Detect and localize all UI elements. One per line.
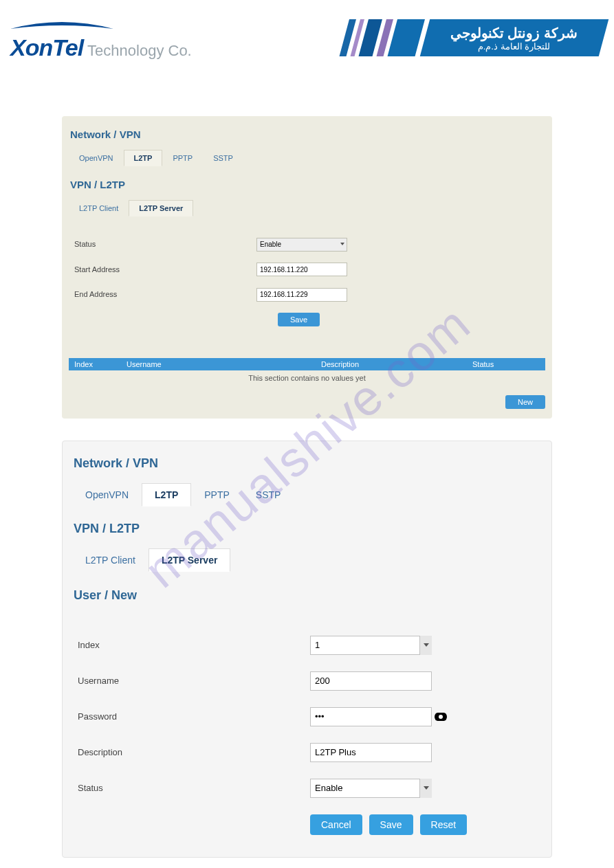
- description-label: Description: [78, 747, 310, 757]
- eye-icon[interactable]: [435, 713, 447, 721]
- arabic-line2: للتجارة العامة ذ.م.م: [450, 41, 578, 52]
- status-label: Status: [74, 240, 256, 248]
- chevron-down-icon: [419, 636, 432, 655]
- swoosh-icon: [10, 19, 113, 32]
- new-button[interactable]: New: [505, 395, 545, 409]
- header-right: شركة زونتل تكنولوجي للتجارة العامة ذ.م.م: [329, 19, 604, 57]
- document-header: XonTel Technology Co. شركة زونتل تكنولوج…: [0, 0, 614, 68]
- chevron-down-icon: [419, 779, 432, 798]
- panel2-section3: User / New: [74, 588, 542, 603]
- subtab-l2tp-client[interactable]: L2TP Client: [69, 200, 129, 216]
- panel1-subtabs: L2TP Client L2TP Server: [69, 200, 545, 216]
- description-input[interactable]: [310, 743, 432, 762]
- panel1-subtitle: VPN / L2TP: [70, 179, 545, 190]
- username-input[interactable]: [310, 671, 432, 691]
- brand-suffix: Technology Co.: [87, 42, 192, 60]
- status2-label: Status: [78, 783, 310, 793]
- brand-logo-left: XonTel Technology Co.: [10, 19, 192, 61]
- subtab2-l2tp-client[interactable]: L2TP Client: [72, 548, 149, 572]
- index-label: Index: [78, 640, 310, 650]
- th-description: Description: [321, 360, 472, 368]
- subtab-l2tp-server[interactable]: L2TP Server: [129, 200, 193, 216]
- end-address-input[interactable]: [256, 288, 347, 302]
- reset-button[interactable]: Reset: [420, 814, 468, 835]
- status2-select[interactable]: Enable: [310, 779, 432, 798]
- brand-name: XonTel: [10, 34, 83, 61]
- table-empty-message: This section contains no values yet: [69, 370, 545, 386]
- tab-sstp[interactable]: SSTP: [203, 150, 243, 166]
- panel2-subtitle: VPN / L2TP: [74, 522, 542, 536]
- tab2-pptp[interactable]: PPTP: [191, 483, 243, 507]
- arabic-line1: شركة زونتل تكنولوجي: [450, 25, 578, 41]
- th-username: Username: [127, 360, 321, 368]
- start-address-input[interactable]: [256, 263, 347, 276]
- users-table: Index Username Description Status This s…: [69, 358, 545, 409]
- tab2-openvpn[interactable]: OpenVPN: [72, 483, 142, 507]
- username-label: Username: [78, 676, 310, 686]
- cancel-button[interactable]: Cancel: [310, 814, 362, 835]
- tab2-sstp[interactable]: SSTP: [243, 483, 294, 507]
- save2-button[interactable]: Save: [369, 814, 413, 835]
- panel2-title: Network / VPN: [74, 456, 542, 471]
- tab2-l2tp[interactable]: L2TP: [142, 483, 191, 507]
- th-index: Index: [74, 360, 127, 368]
- panel-l2tp-server: Network / VPN OpenVPN L2TP PPTP SSTP VPN…: [62, 116, 552, 419]
- status-select[interactable]: Enable: [256, 238, 347, 252]
- arabic-brand: شركة زونتل تكنولوجي للتجارة العامة ذ.م.م: [420, 19, 608, 56]
- panel2-subtabs: L2TP Client L2TP Server: [72, 548, 542, 572]
- tab-l2tp[interactable]: L2TP: [124, 150, 163, 166]
- index-select[interactable]: 1: [310, 636, 432, 655]
- start-address-label: Start Address: [74, 265, 256, 274]
- panel2-tabs: OpenVPN L2TP PPTP SSTP: [72, 483, 542, 507]
- password-input[interactable]: [310, 707, 432, 726]
- panel-user-new: Network / VPN OpenVPN L2TP PPTP SSTP VPN…: [62, 441, 552, 858]
- end-address-label: End Address: [74, 290, 256, 298]
- panel1-tabs: OpenVPN L2TP PPTP SSTP: [69, 150, 545, 166]
- password-label: Password: [78, 711, 310, 722]
- svg-rect-4: [388, 19, 425, 56]
- subtab2-l2tp-server[interactable]: L2TP Server: [149, 548, 230, 572]
- tab-pptp[interactable]: PPTP: [162, 150, 203, 166]
- panel1-title: Network / VPN: [70, 129, 545, 140]
- save-button[interactable]: Save: [278, 313, 320, 326]
- th-status: Status: [472, 360, 540, 368]
- tab-openvpn[interactable]: OpenVPN: [69, 150, 124, 166]
